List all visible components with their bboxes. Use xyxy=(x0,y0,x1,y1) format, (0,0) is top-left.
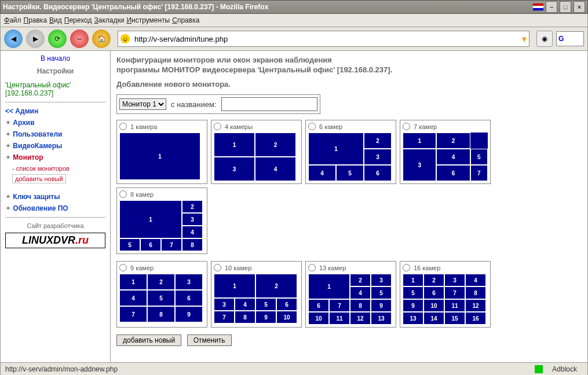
sidebar-item[interactable]: ✦ Ключ защиты xyxy=(5,193,105,201)
main-panel: Конфигурации мониторов или окон экранов … xyxy=(111,51,587,362)
sidebar-subitem[interactable]: - список мониторов xyxy=(12,165,105,172)
maximize-button[interactable]: □ xyxy=(560,1,571,13)
server-ip: [192.168.0.237] xyxy=(5,89,105,97)
minimize-button[interactable]: – xyxy=(546,1,557,13)
cancel-button[interactable]: Отменить xyxy=(187,334,232,346)
titlebar: Настройки. Видеосервер 'Центральный офис… xyxy=(0,0,588,14)
menu-Инструменты[interactable]: Инструменты xyxy=(126,16,170,24)
search-engine-icon: G xyxy=(558,35,564,43)
sidebar-item[interactable]: ✦ Монитор xyxy=(5,153,105,161)
layout-option[interactable]: 8 камер12345678 xyxy=(116,188,207,254)
add-button[interactable]: добавить новый xyxy=(116,334,181,346)
reload-button[interactable]: ⟳ xyxy=(48,30,67,48)
menu-Справка[interactable]: Справка xyxy=(172,16,199,24)
layout-option[interactable]: 7 камер1234567 xyxy=(400,120,491,184)
layout-radio[interactable] xyxy=(308,264,316,271)
layout-label: 1 камера xyxy=(130,123,157,130)
layout-label: 9 камер xyxy=(130,264,154,271)
layout-option[interactable]: 9 камер123456789 xyxy=(116,261,207,328)
menu-Закладки[interactable]: Закладки xyxy=(94,16,124,24)
layout-label: 8 камер xyxy=(130,191,154,198)
layout-label: 16 камер xyxy=(414,264,440,271)
layout-radio[interactable] xyxy=(403,123,410,130)
admin-link[interactable]: << Админ xyxy=(5,107,105,115)
menu-Переход[interactable]: Переход xyxy=(64,16,92,24)
layout-radio[interactable] xyxy=(308,123,316,130)
layout-option[interactable]: 13 камер12345678910111213 xyxy=(305,261,396,328)
flag-icon xyxy=(533,3,543,10)
home-button[interactable]: 🏠 xyxy=(92,30,111,48)
heading-line-2: программы МОНИТОР видеосервера 'Централь… xyxy=(116,65,582,74)
sidebar-item[interactable]: ✦ Пользователи xyxy=(5,130,105,138)
search-box[interactable]: G xyxy=(556,31,584,46)
sidebar-home[interactable]: В начало xyxy=(41,54,70,62)
heading-line-1: Конфигурации мониторов или окон экранов … xyxy=(116,56,582,64)
monitor-name-input[interactable] xyxy=(221,97,317,111)
favicon-icon: ☺ xyxy=(120,34,130,43)
sidebar-item[interactable]: ✦ Обновление ПО xyxy=(5,204,105,212)
layout-radio[interactable] xyxy=(214,123,221,130)
go-button[interactable]: ◉ xyxy=(536,31,553,47)
url-box[interactable]: ☺ ▾ xyxy=(118,31,529,47)
sidebar-item[interactable]: ✦ Архив xyxy=(5,119,105,127)
adblock-label[interactable]: Adblock xyxy=(552,365,577,373)
status-indicator-icon xyxy=(535,365,543,373)
layout-option[interactable]: 1 камера1 xyxy=(116,120,207,184)
layout-option[interactable]: 16 камер12345678910111213141516 xyxy=(400,261,491,328)
bookmark-star-icon[interactable]: ▾ xyxy=(522,34,527,45)
statusbar: http://v-serv/admin/mon-addnew.php Adblo… xyxy=(0,363,588,375)
menu-Файл[interactable]: Файл xyxy=(4,16,21,24)
menubar: ФайлПравкаВидПереходЗакладкиИнструментыС… xyxy=(0,14,588,27)
layout-radio[interactable] xyxy=(214,264,221,271)
layout-option[interactable]: 4 камеры1234 xyxy=(211,120,302,184)
toolbar: ◀ ▶ ⟳ – 🏠 ☺ ▾ ◉ G xyxy=(0,27,588,51)
layout-label: 10 камер xyxy=(225,264,251,271)
layout-label: 6 камер xyxy=(319,123,342,130)
layout-label: 13 камер xyxy=(319,264,346,271)
layout-grid: 1 камера14 камеры12346 камер1234567 каме… xyxy=(116,120,582,328)
sidebar-settings: Настройки xyxy=(5,67,105,75)
back-button[interactable]: ◀ xyxy=(4,30,23,48)
close-button[interactable]: × xyxy=(574,1,585,13)
status-url: http://v-serv/admin/mon-addnew.php xyxy=(5,365,118,373)
url-input[interactable] xyxy=(133,34,520,44)
server-name: 'Центральный офис' xyxy=(5,81,105,89)
forward-button[interactable]: ▶ xyxy=(26,30,45,48)
name-label: с названием: xyxy=(171,100,217,109)
sidebar-subitem[interactable]: добавить новый xyxy=(12,174,66,183)
layout-radio[interactable] xyxy=(119,123,127,130)
linuxdvr-logo[interactable]: LINUXDVR.ru xyxy=(5,233,105,248)
menu-Вид[interactable]: Вид xyxy=(49,16,62,24)
monitor-select[interactable]: Монитор 1 xyxy=(119,98,166,110)
heading-line-3: Добавление нового монитора. xyxy=(116,80,582,89)
sidebar: В начало Настройки 'Центральный офис' [1… xyxy=(1,51,111,362)
layout-radio[interactable] xyxy=(403,264,410,271)
sidebar-item[interactable]: ✦ ВидеоКамеры xyxy=(5,142,105,150)
layout-label: 4 камеры xyxy=(225,123,253,130)
layout-label: 7 камер xyxy=(414,123,437,130)
monitor-form: Монитор 1 с названием: xyxy=(116,94,320,114)
stop-button[interactable]: – xyxy=(70,30,89,48)
layout-radio[interactable] xyxy=(119,264,127,271)
layout-option[interactable]: 10 камер12345678910 xyxy=(211,261,302,328)
developer-link-label: Сайт разработчика xyxy=(5,222,105,229)
layout-radio[interactable] xyxy=(119,190,127,198)
window-title: Настройки. Видеосервер 'Центральный офис… xyxy=(3,3,268,11)
menu-Правка[interactable]: Правка xyxy=(24,16,48,24)
layout-option[interactable]: 6 камер123456 xyxy=(305,120,396,184)
